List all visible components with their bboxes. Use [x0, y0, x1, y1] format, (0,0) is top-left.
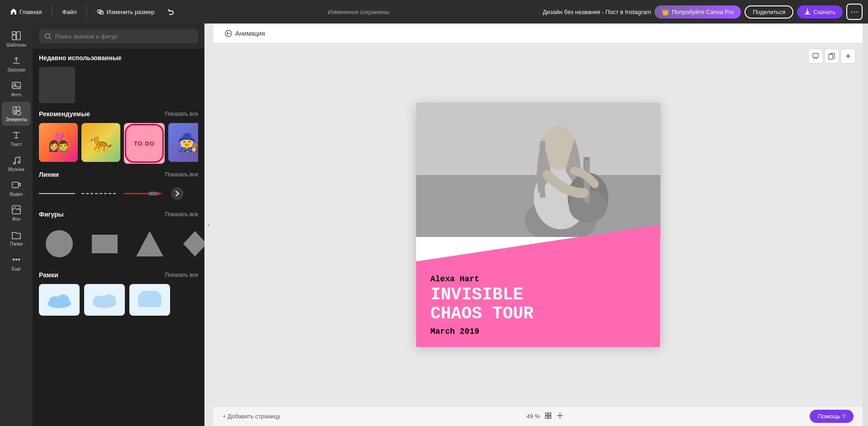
- shape-rectangle[interactable]: [84, 223, 125, 264]
- show-all-frames[interactable]: Показать все: [165, 272, 198, 278]
- sidebar-item-templates[interactable]: Шаблоны: [2, 27, 31, 51]
- expand-button[interactable]: [545, 412, 552, 421]
- resize-label: Изменить размер: [106, 9, 154, 15]
- help-label: Помощь ?: [818, 413, 845, 420]
- frame-item-2[interactable]: [84, 284, 125, 316]
- svg-rect-4: [17, 32, 20, 40]
- sidebar-item-folders[interactable]: Папки: [2, 226, 31, 250]
- panel-toggle[interactable]: ‹: [204, 24, 213, 426]
- folders-label: Папки: [10, 241, 23, 246]
- tour-title: INVISIBLE CHAOS TOUR: [431, 285, 646, 323]
- svg-rect-8: [16, 107, 20, 110]
- shape-diamond[interactable]: [175, 223, 204, 264]
- element-item-todo[interactable]: TO DO: [124, 123, 165, 164]
- canvas-add-button[interactable]: [841, 49, 855, 63]
- sidebar-item-video[interactable]: Видео: [2, 176, 31, 200]
- svg-rect-3: [12, 35, 16, 40]
- line-colored[interactable]: [124, 191, 165, 196]
- lines-next-button[interactable]: [171, 187, 184, 200]
- element-item-character[interactable]: 🧙: [168, 123, 198, 162]
- todo-text: TO DO: [134, 140, 155, 147]
- frame-item-3[interactable]: [129, 284, 170, 316]
- svg-point-24: [46, 230, 73, 257]
- zoom-in-button[interactable]: [556, 412, 564, 421]
- svg-rect-56: [549, 416, 551, 418]
- svg-rect-14: [12, 206, 20, 214]
- svg-point-17: [19, 259, 20, 260]
- sidebar-item-photos[interactable]: Фото: [2, 77, 31, 101]
- sidebar-icons: Шаблоны Загрузки Фото Элементы Текст Муз…: [0, 24, 33, 426]
- canvas-duplicate-button[interactable]: [825, 49, 839, 63]
- show-all-lines[interactable]: Показать все: [165, 171, 198, 178]
- search-box[interactable]: [39, 29, 198, 43]
- shapes-section-header: Фигуры Показать все: [39, 211, 198, 218]
- help-button[interactable]: Помощь ?: [810, 410, 854, 423]
- show-all-recommended[interactable]: Показать все: [165, 111, 198, 117]
- sidebar-item-more[interactable]: Еще: [2, 251, 31, 275]
- svg-point-12: [18, 161, 20, 163]
- element-item-leopard[interactable]: 🐆: [81, 123, 120, 162]
- music-label: Музыка: [8, 167, 24, 172]
- sidebar-item-background[interactable]: Фон: [2, 201, 31, 225]
- shape-circle[interactable]: [39, 223, 80, 264]
- topbar-center: Изменения сохранены Дизайн без названия …: [183, 9, 651, 15]
- line-solid[interactable]: [39, 192, 75, 195]
- svg-rect-37: [813, 53, 818, 57]
- more-options-button[interactable]: ⋯: [846, 4, 863, 20]
- people-icon: 👩‍❤️‍👨: [48, 133, 69, 152]
- add-page-button[interactable]: + Добавить страницу: [223, 413, 280, 420]
- saved-status: Изменения сохранены: [183, 9, 534, 15]
- try-pro-label: Попробуйте Canva Pro: [672, 9, 734, 15]
- file-button[interactable]: Файл: [57, 6, 81, 18]
- frames-label: Рамки: [39, 271, 58, 279]
- tour-title-line1: INVISIBLE: [431, 285, 523, 304]
- sidebar-item-text[interactable]: Текст: [2, 127, 31, 151]
- search-input[interactable]: [55, 33, 193, 40]
- shape-triangle[interactable]: [129, 223, 170, 264]
- recently-section-header: Недавно использованные: [39, 54, 198, 62]
- canvas-comment-button[interactable]: [808, 49, 823, 63]
- file-label: Файл: [62, 9, 76, 15]
- animation-bar: Анимация: [213, 24, 863, 43]
- frame-item-1[interactable]: [39, 284, 80, 316]
- element-item-people[interactable]: 👩‍❤️‍👨: [39, 123, 78, 162]
- svg-marker-26: [136, 231, 163, 256]
- elements-label: Элементы: [5, 117, 27, 122]
- tour-date: March 2019: [431, 327, 646, 336]
- background-label: Фон: [12, 217, 21, 222]
- text-label: Текст: [10, 142, 22, 147]
- recently-label: Недавно использованные: [39, 54, 122, 62]
- line-dashed[interactable]: [81, 192, 118, 195]
- right-scrollbar[interactable]: [863, 24, 868, 426]
- artist-name: Alexa Hart: [431, 275, 646, 284]
- resize-button[interactable]: Изменить размер: [92, 5, 159, 18]
- animation-button[interactable]: Анимация: [221, 28, 269, 39]
- svg-rect-13: [12, 182, 19, 188]
- leopard-icon: 🐆: [90, 133, 112, 152]
- sidebar-item-uploads[interactable]: Загрузки: [2, 52, 31, 76]
- tour-title-line2: CHAOS TOUR: [431, 304, 534, 323]
- character-icon: 🧙: [177, 133, 199, 152]
- undo-button[interactable]: [162, 5, 180, 19]
- main-layout: Шаблоны Загрузки Фото Элементы Текст Муз…: [0, 24, 868, 426]
- home-button[interactable]: Главная: [5, 5, 46, 18]
- photo-background: [416, 103, 660, 237]
- share-button[interactable]: Поделиться: [745, 5, 793, 19]
- svg-rect-54: [549, 413, 551, 415]
- recently-used-item[interactable]: [39, 67, 75, 103]
- svg-rect-38: [829, 54, 833, 59]
- svg-point-30: [57, 294, 69, 305]
- show-all-shapes[interactable]: Показать все: [165, 211, 198, 218]
- photos-label: Фото: [11, 92, 22, 97]
- download-button[interactable]: Скачать: [797, 5, 843, 19]
- canvas-viewport[interactable]: Alexa Hart INVISIBLE CHAOS TOUR March 20…: [213, 43, 863, 406]
- topbar-right: 👑 Попробуйте Canva Pro Поделиться Скачат…: [655, 4, 863, 20]
- recommended-label: Рекомендуемые: [39, 110, 90, 118]
- try-pro-button[interactable]: 👑 Попробуйте Canva Pro: [655, 5, 741, 19]
- sidebar-item-music[interactable]: Музыка: [2, 151, 31, 175]
- svg-marker-10: [16, 111, 21, 115]
- sidebar-item-elements[interactable]: Элементы: [2, 102, 31, 126]
- panel-content: Недавно использованные Рекомендуемые Пок…: [33, 49, 204, 426]
- uploads-label: Загрузки: [7, 67, 25, 72]
- svg-rect-25: [92, 235, 118, 253]
